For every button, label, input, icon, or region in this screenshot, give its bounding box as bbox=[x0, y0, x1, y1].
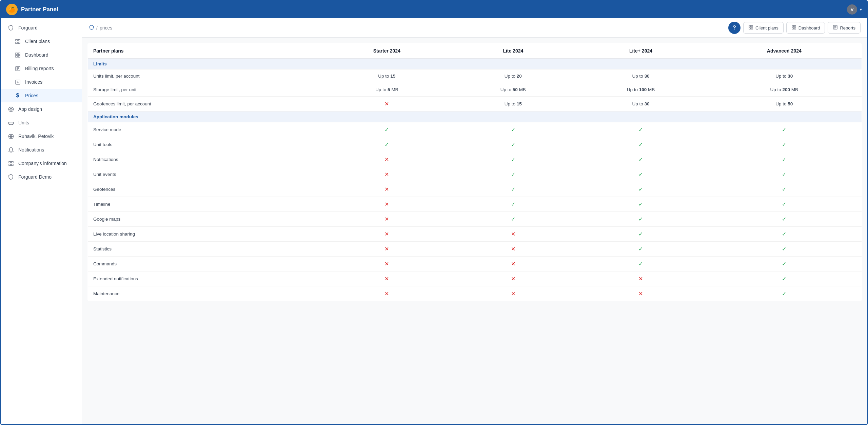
check-icon: ✓ bbox=[511, 171, 515, 177]
dashboard-btn-label: Dashboard bbox=[798, 25, 820, 31]
feature-cell: Extended notifications bbox=[88, 271, 322, 286]
breadcrumb-current: prices bbox=[100, 25, 112, 31]
svg-rect-4 bbox=[16, 53, 17, 55]
svg-rect-35 bbox=[792, 25, 793, 27]
action-buttons: ? Client plans Dashboard bbox=[728, 22, 861, 34]
table-section-header: Limits bbox=[88, 59, 862, 69]
cross-icon: ✕ bbox=[511, 261, 515, 267]
cross-icon: ✕ bbox=[511, 291, 515, 297]
table-cell: ✓ bbox=[451, 122, 575, 137]
table-cell: ✓ bbox=[575, 152, 707, 167]
sidebar-item-dashboard[interactable]: Dashboard bbox=[1, 48, 82, 62]
check-icon: ✓ bbox=[638, 246, 643, 252]
check-icon: ✓ bbox=[782, 201, 786, 207]
table-row: Maintenance ✕ ✕ ✕ ✓ bbox=[88, 286, 862, 301]
check-icon: ✓ bbox=[638, 201, 643, 207]
sidebar-item-prices[interactable]: $ Prices bbox=[1, 89, 82, 102]
check-icon: ✓ bbox=[384, 127, 389, 133]
table-cell: ✕ bbox=[451, 257, 575, 271]
sidebar-item-app-design[interactable]: App design bbox=[1, 102, 82, 116]
check-icon: ✓ bbox=[782, 231, 786, 237]
sidebar-item-forguard-demo[interactable]: Forguard Demo bbox=[1, 170, 82, 184]
sidebar-item-notifications[interactable]: Notifications bbox=[1, 143, 82, 157]
svg-rect-27 bbox=[9, 161, 11, 163]
cross-icon: ✕ bbox=[384, 231, 389, 237]
table-row: Unit tools ✓ ✓ ✓ ✓ bbox=[88, 137, 862, 152]
table-cell: ✓ bbox=[707, 242, 862, 257]
cross-icon: ✕ bbox=[638, 291, 643, 297]
svg-rect-37 bbox=[792, 28, 793, 29]
cross-icon: ✕ bbox=[511, 231, 515, 237]
table-cell: Up to 100 MB bbox=[575, 83, 707, 97]
svg-rect-34 bbox=[751, 28, 753, 29]
sidebar-item-label: Forguard bbox=[18, 25, 38, 31]
client-plans-button[interactable]: Client plans bbox=[743, 22, 784, 34]
reports-button[interactable]: Reports bbox=[828, 22, 861, 34]
check-icon: ✓ bbox=[782, 216, 786, 222]
breadcrumb-separator: / bbox=[96, 25, 98, 31]
table-cell: Up to 50 MB bbox=[451, 83, 575, 97]
table-row: Unit events ✕ ✓ ✓ ✓ bbox=[88, 167, 862, 182]
cross-icon: ✕ bbox=[384, 246, 389, 252]
sidebar-item-billing-reports[interactable]: Billing reports bbox=[1, 62, 82, 75]
table-row: Commands ✕ ✕ ✓ ✓ bbox=[88, 257, 862, 271]
col-advanced: Advanced 2024 bbox=[707, 43, 862, 59]
cross-icon: ✕ bbox=[384, 216, 389, 222]
sidebar-item-units[interactable]: Units bbox=[1, 116, 82, 129]
table-cell: ✕ bbox=[322, 212, 451, 227]
feature-cell: Live location sharing bbox=[88, 227, 322, 242]
table-cell: ✓ bbox=[707, 257, 862, 271]
sidebar-item-client-plans[interactable]: Client plans bbox=[1, 35, 82, 48]
sidebar-item-company-info[interactable]: Company's information bbox=[1, 157, 82, 170]
feature-cell: Unit tools bbox=[88, 137, 322, 152]
svg-rect-2 bbox=[16, 42, 17, 43]
svg-rect-28 bbox=[11, 161, 13, 163]
sidebar-item-label: Notifications bbox=[18, 147, 44, 153]
table-cell: ✓ bbox=[707, 122, 862, 137]
check-icon: ✓ bbox=[511, 216, 515, 222]
company-info-icon bbox=[7, 160, 14, 167]
check-icon: ✓ bbox=[511, 127, 515, 133]
dashboard-button[interactable]: Dashboard bbox=[786, 22, 825, 34]
table-cell: ✓ bbox=[451, 182, 575, 197]
check-icon: ✓ bbox=[638, 216, 643, 222]
feature-cell: Units limit, per account bbox=[88, 69, 322, 83]
table-cell: ✕ bbox=[322, 152, 451, 167]
check-icon: ✓ bbox=[782, 246, 786, 252]
table-cell: ✓ bbox=[322, 137, 451, 152]
table-cell: ✓ bbox=[575, 242, 707, 257]
feature-cell: Notifications bbox=[88, 152, 322, 167]
help-button[interactable]: ? bbox=[728, 22, 741, 34]
col-starter: Starter 2024 bbox=[322, 43, 451, 59]
dashboard-icon bbox=[14, 52, 21, 58]
sidebar-item-forguard[interactable]: Forguard bbox=[1, 21, 82, 35]
chevron-down-icon[interactable]: ▾ bbox=[860, 7, 862, 12]
sidebar-item-label: Units bbox=[18, 120, 29, 125]
table-cell: ✕ bbox=[322, 97, 451, 112]
check-icon: ✓ bbox=[638, 261, 643, 267]
table-cell: ✓ bbox=[575, 122, 707, 137]
svg-rect-38 bbox=[794, 28, 796, 29]
sidebar: Forguard Client plans Dashboard Billing … bbox=[1, 18, 82, 424]
svg-rect-3 bbox=[18, 42, 20, 43]
avatar[interactable]: V bbox=[847, 4, 857, 15]
svg-rect-36 bbox=[794, 25, 796, 27]
table-cell: ✕ bbox=[322, 271, 451, 286]
cross-icon: ✕ bbox=[384, 261, 389, 267]
check-icon: ✓ bbox=[638, 231, 643, 237]
feature-cell: Timeline bbox=[88, 197, 322, 212]
sidebar-item-label: Prices bbox=[25, 93, 38, 98]
prices-icon: $ bbox=[14, 92, 21, 99]
cross-icon: ✕ bbox=[511, 276, 515, 282]
topbar-left: 🍊 Partner Panel bbox=[6, 4, 58, 15]
sidebar-item-ruhavik[interactable]: Ruhavik, Petovik bbox=[1, 129, 82, 143]
table-cell: ✕ bbox=[322, 242, 451, 257]
table-row: Notifications ✕ ✓ ✓ ✓ bbox=[88, 152, 862, 167]
col-feature: Partner plans bbox=[88, 43, 322, 59]
feature-cell: Maintenance bbox=[88, 286, 322, 301]
sidebar-item-invoices[interactable]: Invoices bbox=[1, 75, 82, 89]
table-cell: ✓ bbox=[707, 137, 862, 152]
table-cell: ✕ bbox=[451, 227, 575, 242]
reports-btn-icon bbox=[833, 25, 838, 31]
col-lite-plus: Lite+ 2024 bbox=[575, 43, 707, 59]
